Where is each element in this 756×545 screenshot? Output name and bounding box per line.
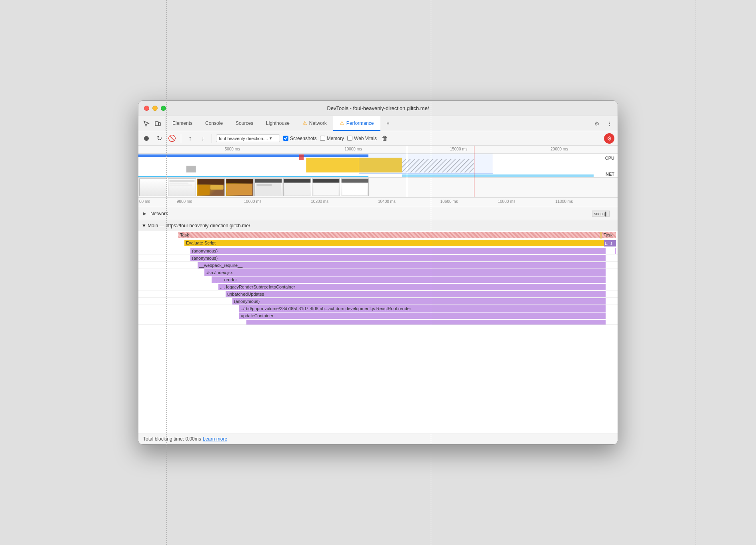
refresh-button[interactable]: ↻	[154, 134, 164, 143]
toolbar: ↻ 🚫 ↑ ↓ foul-heavenly-direction.... ▾ Sc…	[138, 131, 618, 146]
minimize-button[interactable]	[152, 106, 158, 111]
svg-rect-16	[210, 185, 223, 189]
svg-rect-23	[285, 183, 310, 195]
cursor-line-dark	[407, 146, 407, 197]
tab-performance[interactable]: ⚠ Performance	[333, 116, 380, 131]
screenshot-thumb	[254, 178, 282, 196]
window-title: DevTools - foul-heavenly-direction.glitc…	[327, 105, 429, 111]
svg-rect-12	[170, 183, 189, 184]
tabs-container: Elements Console Sources Lighthouse ⚠ Ne…	[166, 116, 589, 131]
cursor-icon[interactable]	[142, 119, 151, 128]
record-button[interactable]	[142, 134, 151, 143]
tab-more[interactable]: »	[380, 116, 396, 131]
url-selector[interactable]: foul-heavenly-direction.... ▾	[216, 134, 280, 142]
cursor-line-red	[474, 146, 474, 197]
tab-bar-left-controls	[138, 116, 166, 131]
svg-rect-7	[299, 154, 304, 160]
flame-row-evaluate: Evaluate Script L…t	[138, 239, 618, 247]
maximize-button[interactable]	[161, 106, 166, 111]
partial-bar	[246, 320, 606, 325]
flame-row-task: Task Task	[138, 231, 618, 239]
svg-rect-14	[198, 179, 224, 184]
svg-rect-17	[226, 179, 253, 183]
status-bar: Total blocking time: 0.00ms Learn more	[138, 433, 618, 444]
screenshot-thumb	[341, 178, 369, 196]
evaluate-bar: Evaluate Script	[184, 240, 606, 246]
evaluate-right-bar: L…t	[604, 240, 616, 246]
tab-bar-right-controls: ⚙ ⋮	[589, 116, 618, 131]
screenshot-thumb	[139, 178, 167, 196]
main-thread-header: ▼ Main — https://foul-heavenly-direction…	[138, 220, 618, 231]
svg-rect-18	[227, 184, 252, 195]
flame-row-update-container: updateContainer	[138, 312, 618, 319]
react-root-bar: ../rbd/pnpm-volume/28d7f85f-31d7-4fd8-ab…	[239, 305, 606, 312]
device-toggle-icon[interactable]	[153, 119, 162, 128]
svg-rect-27	[342, 183, 368, 195]
screenshot-thumb	[197, 178, 225, 196]
detail-mark-0: 00 ms	[139, 199, 150, 204]
more-options-icon[interactable]: ⋮	[605, 119, 614, 128]
tab-bar: Elements Console Sources Lighthouse ⚠ Ne…	[138, 116, 618, 131]
ruler-5000: 5000 ms	[225, 147, 240, 151]
performance-warn-icon: ⚠	[340, 120, 344, 126]
screenshot-thumb	[283, 178, 311, 196]
settings-gear-button[interactable]: ⚙	[604, 133, 614, 144]
flame-row-anon-1: (anonymous)	[138, 247, 618, 254]
task-bar-right: Task	[602, 232, 616, 238]
screenshot-thumb	[168, 178, 196, 196]
detail-ruler: 00 ms 9800 ms 10000 ms 10200 ms 10400 ms…	[138, 198, 618, 207]
flame-row-webpack: __webpack_require__	[138, 262, 618, 269]
network-expand-button[interactable]: ▶	[142, 210, 148, 217]
close-button[interactable]	[144, 106, 149, 111]
flame-row-react-root: ../rbd/pnpm-volume/28d7f85f-31d7-4fd8-ab…	[138, 305, 618, 312]
detail-mark-9800: 9800 ms	[177, 199, 192, 204]
svg-rect-0	[155, 122, 158, 126]
flame-chart[interactable]: Task Task Evaluate Script L…t (anonymous…	[138, 231, 618, 433]
flame-row-anon-2: (anonymous)	[138, 254, 618, 262]
traffic-lights	[144, 106, 166, 111]
cpu-area	[138, 154, 618, 172]
timeline-overview[interactable]: 5000 ms 10000 ms 15000 ms 20000 ms CPU N…	[138, 146, 618, 198]
detail-mark-10800: 10800 ms	[498, 199, 516, 204]
update-container-bar: updateContainer	[239, 313, 606, 319]
network-section-label: Network	[150, 211, 168, 216]
trash-button[interactable]: 🗑	[380, 134, 390, 143]
tab-console[interactable]: Console	[199, 116, 229, 131]
web-vitals-checkbox[interactable]: Web Vitals	[347, 136, 377, 141]
anon-bar-1: (anonymous)	[190, 248, 606, 254]
legacy-render-bar: .... legacyRenderSubtreeIntoContainer	[218, 284, 606, 290]
anon-bar-2: (anonymous)	[190, 255, 606, 261]
memory-checkbox[interactable]: Memory	[320, 136, 344, 141]
separator-1	[181, 134, 181, 143]
soop-badge: soop.j▌	[592, 210, 610, 216]
download-button[interactable]: ↓	[198, 134, 208, 143]
learn-more-link[interactable]: Learn more	[203, 436, 227, 442]
settings-icon[interactable]: ⚙	[592, 119, 602, 128]
svg-rect-21	[256, 184, 272, 186]
tab-lighthouse[interactable]: Lighthouse	[260, 116, 296, 131]
ruler-10000: 10000 ms	[344, 147, 362, 151]
screenshot-thumb	[226, 178, 254, 196]
anon-bar-3: (anonymous)	[232, 298, 606, 305]
flame-row-src-index: ./src/index.jsx	[138, 269, 618, 276]
svg-rect-4	[306, 158, 402, 172]
tab-network[interactable]: ⚠ Network	[296, 116, 333, 131]
svg-rect-15	[198, 185, 210, 195]
flame-row-render: _·_·_ render	[138, 276, 618, 283]
svg-rect-5	[402, 159, 474, 172]
detail-mark-10200: 10200 ms	[311, 199, 328, 204]
network-section-row[interactable]: ▶ Network soop.j▌	[138, 207, 618, 220]
svg-rect-6	[138, 154, 368, 157]
src-index-bar: ./src/index.jsx	[204, 269, 606, 276]
screenshots-checkbox[interactable]: Screenshots	[283, 136, 317, 141]
tab-sources[interactable]: Sources	[229, 116, 260, 131]
upload-button[interactable]: ↑	[185, 134, 195, 143]
svg-point-2	[144, 136, 149, 141]
clear-button[interactable]: 🚫	[167, 134, 177, 143]
webpack-bar: __webpack_require__	[198, 262, 606, 268]
flame-row-anon-3: (anonymous)	[138, 298, 618, 305]
svg-rect-13	[170, 184, 192, 186]
tab-elements[interactable]: Elements	[166, 116, 199, 131]
unbatched-bar: unbatchedUpdates	[226, 291, 606, 297]
devtools-window: DevTools - foul-heavenly-direction.glitc…	[138, 100, 618, 445]
